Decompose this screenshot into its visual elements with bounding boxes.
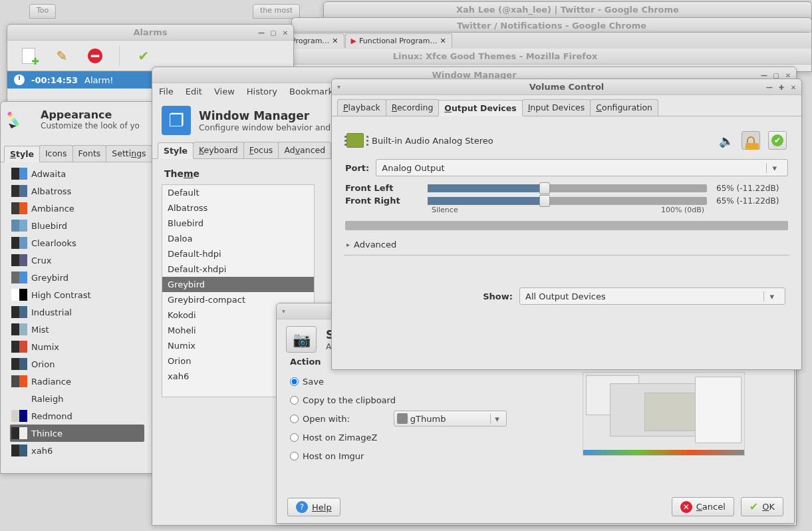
- theme-swatch: [11, 375, 27, 387]
- tab-style[interactable]: SStyletyle: [4, 146, 40, 162]
- theme-item[interactable]: Bluebird: [10, 217, 144, 234]
- theme-item[interactable]: Greybird: [10, 269, 144, 286]
- slider-front-left[interactable]: [428, 184, 707, 192]
- channel-right-value: 65% (-11.22dB): [716, 196, 788, 206]
- help-button[interactable]: ?Help: [287, 498, 340, 516]
- menu-view[interactable]: View: [214, 87, 235, 96]
- theme-list[interactable]: AdwaitaAlbatrossAmbianceBluebirdClearloo…: [1, 162, 154, 462]
- open-with-combo[interactable]: gThumb ▾: [394, 411, 507, 427]
- tab-input-devices[interactable]: Input Devices: [522, 99, 591, 116]
- tab-wm-focus[interactable]: Focus: [243, 142, 279, 158]
- wm-style-item[interactable]: Default-xhdpi: [162, 262, 314, 277]
- wm-style-item[interactable]: Default: [162, 185, 314, 200]
- radio-imgur[interactable]: [290, 452, 299, 460]
- wm-style-item[interactable]: Greybird: [162, 277, 314, 292]
- chevron-down-icon[interactable]: ▾: [282, 307, 285, 315]
- theme-swatch: [11, 427, 27, 439]
- wm-style-item[interactable]: Daloa: [162, 231, 314, 246]
- close-icon[interactable]: ✕: [788, 82, 799, 92]
- chevron-down-icon[interactable]: ▾: [337, 83, 340, 90]
- tab-fonts[interactable]: Fonts: [72, 145, 107, 162]
- radio-open[interactable]: [290, 415, 299, 423]
- theme-item[interactable]: Albatross: [10, 182, 144, 200]
- tab-wm-style[interactable]: Style: [158, 142, 194, 159]
- minimize-icon[interactable]: —: [764, 82, 775, 92]
- cancel-icon: ✕: [680, 501, 692, 513]
- volume-titlebar[interactable]: ▾ Volume Control — ✚ ✕: [332, 79, 801, 95]
- tab-settings[interactable]: Settings: [106, 145, 152, 162]
- theme-item[interactable]: Industrial: [10, 303, 144, 321]
- radio-zimagez-label: Host on ZimageZ: [303, 433, 377, 442]
- tab-wm-advanced[interactable]: Advanced: [278, 142, 331, 158]
- theme-item[interactable]: Radiance: [10, 373, 144, 390]
- theme-item[interactable]: High Contrast: [10, 286, 144, 303]
- tab-configuration[interactable]: Configuration: [590, 99, 658, 116]
- theme-swatch: [11, 323, 27, 335]
- open-with-value: gThumb: [410, 414, 446, 424]
- advanced-expander[interactable]: ▸ Advanced: [342, 237, 791, 252]
- cancel-label: Cancel: [696, 502, 726, 512]
- volume-control-window: ▾ Volume Control — ✚ ✕ Playback Recordin…: [331, 79, 802, 370]
- tab-wm-keyboard[interactable]: Keyboard: [193, 142, 244, 158]
- minimize-icon[interactable]: —: [256, 27, 267, 38]
- theme-item[interactable]: Orion: [10, 355, 144, 373]
- delete-alarm-button[interactable]: ━: [86, 47, 104, 65]
- theme-item[interactable]: Clearlooks: [10, 234, 144, 252]
- channel-right-label: Front Right: [345, 196, 418, 206]
- theme-item[interactable]: Raleigh: [10, 390, 144, 407]
- theme-item[interactable]: Ambiance: [10, 200, 144, 217]
- theme-item[interactable]: Crux: [10, 252, 144, 269]
- tab-recording[interactable]: Recording: [386, 99, 440, 116]
- theme-item[interactable]: ThinIce: [10, 425, 144, 442]
- chevron-down-icon: ▾: [490, 414, 503, 424]
- show-combo[interactable]: All Output Devices ▾: [519, 287, 785, 305]
- menu-history[interactable]: History: [247, 87, 277, 96]
- theme-item[interactable]: Mist: [10, 321, 144, 338]
- bg-tab-too: Too: [29, 4, 56, 19]
- port-combo[interactable]: Analog Output ▾: [376, 159, 788, 176]
- maximize-icon[interactable]: ▢: [268, 27, 279, 38]
- theme-item[interactable]: xah6: [10, 442, 144, 459]
- wm-header-sub: Configure window behavior and: [199, 122, 331, 132]
- menu-edit[interactable]: Edit: [186, 87, 202, 96]
- theme-swatch: [11, 271, 27, 283]
- theme-swatch: [11, 289, 27, 301]
- alarms-titlebar[interactable]: Alarms — ▢ ✕: [7, 25, 293, 41]
- theme-item[interactable]: Numix: [10, 338, 144, 355]
- tab-icons[interactable]: Icons: [39, 145, 73, 162]
- cancel-button[interactable]: ✕Cancel: [672, 497, 734, 516]
- default-device-button[interactable]: ✔: [768, 131, 787, 150]
- radio-copy[interactable]: [290, 396, 299, 405]
- tab-output-devices[interactable]: Output Devices: [438, 100, 522, 116]
- theme-swatch: [11, 168, 27, 180]
- wm-style-item[interactable]: Bluebird: [162, 216, 314, 231]
- channel-left-value: 65% (-11.22dB): [716, 184, 788, 193]
- check-icon: ✔: [771, 134, 783, 146]
- action-column: Action Save Copy to the clipboard Open w…: [290, 357, 543, 465]
- add-alarm-button[interactable]: ✚: [19, 47, 38, 65]
- wm-style-item[interactable]: Default-hdpi: [162, 246, 314, 262]
- advanced-label: Advanced: [354, 240, 396, 250]
- theme-item[interactable]: Adwaita: [10, 165, 144, 182]
- slider-front-right[interactable]: [428, 197, 707, 205]
- radio-zimagez[interactable]: [290, 433, 299, 442]
- radio-save[interactable]: [290, 377, 299, 386]
- ok-label: OK: [762, 502, 775, 512]
- ok-button[interactable]: ✔OK: [741, 497, 783, 516]
- menu-file[interactable]: File: [159, 87, 174, 96]
- firefox-tab-fp2[interactable]: ▶Functional Program… ✕: [345, 33, 452, 48]
- theme-swatch: [11, 306, 27, 318]
- appearance-title: Appearance: [41, 108, 140, 121]
- lock-channels-button[interactable]: [742, 131, 760, 150]
- menu-bookmarks[interactable]: Bookmarks: [289, 87, 338, 96]
- confirm-alarm-button[interactable]: ✔: [134, 47, 153, 65]
- maximize-icon[interactable]: ✚: [776, 82, 787, 92]
- mute-icon[interactable]: 🔈: [719, 134, 734, 148]
- tab-playback[interactable]: Playback: [337, 99, 386, 116]
- theme-swatch: [11, 202, 27, 214]
- edit-alarm-button[interactable]: ✎: [53, 47, 71, 65]
- wm-style-item[interactable]: Albatross: [162, 200, 314, 216]
- show-label: Show:: [483, 291, 513, 301]
- theme-item[interactable]: Redmond: [10, 407, 144, 425]
- close-icon[interactable]: ✕: [280, 27, 291, 38]
